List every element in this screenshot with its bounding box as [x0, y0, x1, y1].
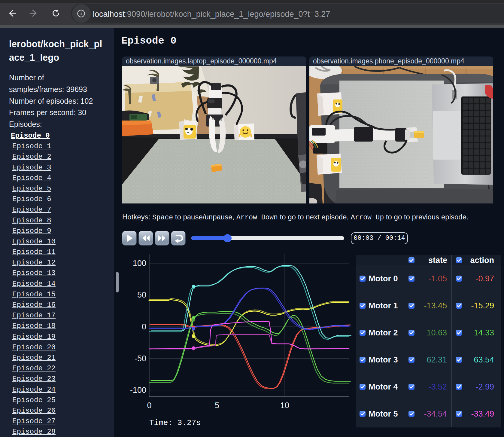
svg-text:50: 50 [137, 290, 146, 299]
svg-text:Time: 3.27s: Time: 3.27s [149, 418, 201, 427]
svg-text:-100: -100 [130, 386, 146, 395]
svg-text:0: 0 [147, 401, 151, 410]
svg-text:0: 0 [142, 322, 146, 331]
svg-text:100: 100 [133, 259, 146, 268]
svg-text:5: 5 [215, 401, 219, 410]
svg-text:10: 10 [280, 401, 289, 410]
svg-text:-50: -50 [135, 354, 146, 363]
